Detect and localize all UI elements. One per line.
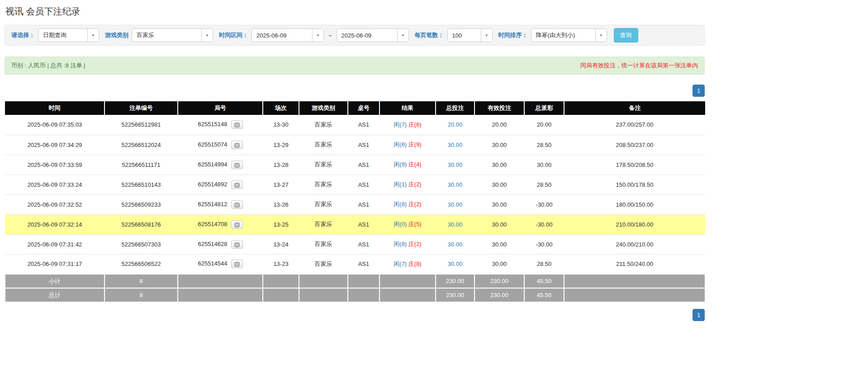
date-range-separator: ~ bbox=[327, 32, 333, 39]
date-to-value: 2025-06-09 bbox=[337, 29, 397, 42]
round-id: 625514544 bbox=[198, 260, 227, 267]
sort-order-label: 时间排序： bbox=[498, 31, 528, 39]
round-detail-button[interactable] bbox=[231, 240, 243, 249]
summary-cell: 总计 bbox=[5, 288, 104, 302]
query-type-select[interactable]: 日期查询 ▼ bbox=[38, 28, 99, 42]
round-detail-button[interactable] bbox=[231, 200, 243, 209]
summary-cell bbox=[379, 288, 436, 302]
summary-cell: 230.00 bbox=[436, 288, 474, 302]
result-cell: 闲(7) 庄(6) bbox=[379, 115, 436, 135]
round-detail-button[interactable] bbox=[231, 220, 243, 229]
valid-bet-note: 同局有效投注，统一计算在该局第一张注单内 bbox=[580, 62, 698, 70]
page-title: 视讯 会员下注纪录 bbox=[5, 5, 705, 18]
summary-cell bbox=[564, 288, 705, 302]
remark-cell: 237.00/257.00 bbox=[564, 115, 705, 135]
session-cell: 13-25 bbox=[263, 214, 299, 234]
header-row: 时间注单编号局号场次游戏类别桌号结果总投注有效投注总派彩备注 bbox=[5, 101, 705, 115]
bets-table: 时间注单编号局号场次游戏类别桌号结果总投注有效投注总派彩备注 2025-06-0… bbox=[5, 101, 706, 303]
result-cell: 闲(7) 庄(8) bbox=[379, 254, 436, 274]
summary-cell bbox=[299, 288, 348, 302]
valid-bet-cell: 30.00 bbox=[474, 155, 524, 175]
table-head: 时间注单编号局号场次游戏类别桌号结果总投注有效投注总派彩备注 bbox=[5, 101, 705, 115]
session-cell: 13-29 bbox=[263, 135, 299, 155]
chevron-down-icon[interactable]: ▼ bbox=[595, 29, 607, 42]
total-bet-link[interactable]: 30.00 bbox=[448, 161, 463, 168]
table-row[interactable]: 2025-06-09 07:31:42522566507303625514628… bbox=[5, 234, 705, 254]
valid-bet-cell: 30.00 bbox=[474, 234, 524, 254]
game-type-cell: 百家乐 bbox=[299, 194, 348, 214]
total-bet-cell: 30.00 bbox=[436, 254, 474, 274]
page-button-1[interactable]: 1 bbox=[693, 85, 705, 97]
chevron-down-icon[interactable]: ▼ bbox=[481, 29, 492, 42]
table-row[interactable]: 2025-06-09 07:32:52522566509233625514812… bbox=[5, 194, 705, 214]
round-detail-icon bbox=[234, 182, 240, 188]
filter-bar: 请选择： 日期查询 ▼ 游戏类别 百家乐 ▼ 时间区间： 2025-06-09 … bbox=[5, 25, 705, 46]
game-type-select[interactable]: 百家乐 ▼ bbox=[132, 28, 213, 42]
total-bet-link[interactable]: 20.00 bbox=[448, 121, 463, 128]
session-cell: 13-27 bbox=[263, 175, 299, 194]
summary-cell bbox=[348, 274, 379, 288]
table-row[interactable]: 2025-06-09 07:31:17522566506522625514544… bbox=[5, 254, 705, 274]
chevron-down-icon[interactable]: ▼ bbox=[201, 29, 213, 42]
date-to-select[interactable]: 2025-06-09 ▼ bbox=[337, 28, 409, 42]
total-bet-link[interactable]: 30.00 bbox=[448, 142, 463, 148]
round-detail-button[interactable] bbox=[231, 141, 243, 149]
total-bet-link[interactable]: 30.00 bbox=[448, 221, 463, 228]
total-bet-cell: 30.00 bbox=[436, 234, 474, 254]
game-type-cell: 百家乐 bbox=[299, 234, 348, 254]
payout-cell: 28.50 bbox=[524, 135, 564, 155]
payout-cell: -30.00 bbox=[524, 234, 564, 254]
session-cell: 13-24 bbox=[263, 234, 299, 254]
round-detail-icon bbox=[234, 202, 240, 208]
bet-time-cell: 2025-06-09 07:32:14 bbox=[5, 214, 104, 234]
result-player: 闲(9) bbox=[394, 161, 407, 168]
result-cell: 闲(9) 庄(4) bbox=[379, 155, 436, 175]
column-header: 注单编号 bbox=[104, 101, 178, 115]
chevron-down-icon[interactable]: ▼ bbox=[87, 29, 99, 42]
sort-order-select[interactable]: 降幂(由大到小) ▼ bbox=[531, 28, 607, 42]
summary-cell bbox=[299, 274, 348, 288]
date-from-select[interactable]: 2025-06-09 ▼ bbox=[251, 28, 324, 42]
column-header: 局号 bbox=[178, 101, 263, 115]
bet-id-cell: 522566511171 bbox=[104, 155, 178, 175]
bet-time-cell: 2025-06-09 07:31:17 bbox=[5, 254, 104, 274]
table-row[interactable]: 2025-06-09 07:33:59522566511171625514994… bbox=[5, 155, 705, 175]
pagination-top: 1 bbox=[5, 85, 705, 97]
result-banker: 庄(6) bbox=[408, 121, 422, 128]
result-banker: 庄(2) bbox=[408, 181, 422, 188]
result-player: 闲(6) bbox=[394, 141, 407, 148]
total-bet-link[interactable]: 30.00 bbox=[448, 181, 463, 188]
bet-time-cell: 2025-06-09 07:35:03 bbox=[5, 115, 104, 135]
game-type-cell: 百家乐 bbox=[299, 115, 348, 135]
valid-bet-cell: 30.00 bbox=[474, 175, 524, 194]
total-bet-link[interactable]: 30.00 bbox=[448, 241, 463, 248]
table-no-cell: AS1 bbox=[348, 175, 379, 194]
chevron-down-icon[interactable]: ▼ bbox=[397, 29, 408, 42]
result-cell: 闲(6) 庄(9) bbox=[379, 135, 436, 155]
round-cell: 625514544 bbox=[178, 254, 263, 274]
page-button-1[interactable]: 1 bbox=[693, 309, 705, 321]
table-row[interactable]: 2025-06-09 07:33:24522566510143625514892… bbox=[5, 175, 705, 194]
table-row[interactable]: 2025-06-09 07:32:14522566508176625514708… bbox=[5, 214, 705, 234]
round-detail-button[interactable] bbox=[231, 260, 243, 268]
table-row[interactable]: 2025-06-09 07:35:03522566512981625515148… bbox=[5, 115, 705, 135]
round-detail-button[interactable] bbox=[231, 180, 243, 189]
chevron-down-icon[interactable]: ▼ bbox=[312, 29, 323, 42]
round-id: 625514892 bbox=[198, 180, 227, 187]
column-header: 时间 bbox=[5, 101, 104, 115]
total-bet-cell: 30.00 bbox=[436, 194, 474, 214]
round-detail-button[interactable] bbox=[231, 161, 243, 169]
round-id: 625514628 bbox=[198, 240, 227, 247]
summary-cell: 45.50 bbox=[524, 288, 564, 302]
total-bet-link[interactable]: 30.00 bbox=[448, 260, 463, 267]
summary-cell bbox=[564, 274, 705, 288]
search-button[interactable]: 查询 bbox=[614, 28, 638, 43]
table-row[interactable]: 2025-06-09 07:34:29522566512024625515074… bbox=[5, 135, 705, 155]
page-size-select[interactable]: 100 ▼ bbox=[447, 28, 493, 42]
total-bet-link[interactable]: 30.00 bbox=[448, 201, 463, 208]
round-detail-button[interactable] bbox=[231, 120, 243, 129]
result-cell: 闲(8) 庄(2) bbox=[379, 234, 436, 254]
result-banker: 庄(2) bbox=[408, 241, 422, 247]
table-no-cell: AS1 bbox=[348, 194, 379, 214]
session-cell: 13-30 bbox=[263, 115, 299, 135]
